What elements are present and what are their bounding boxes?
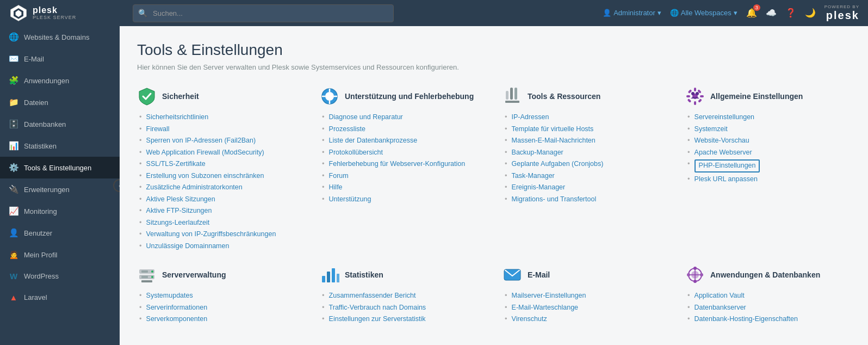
- link-ip-zugriff[interactable]: Verwaltung von IP-Zugriffsbeschränkungen: [146, 230, 276, 239]
- notification-bell[interactable]: 🔔 3: [746, 8, 757, 18]
- link-ftp-sitzungen[interactable]: Aktive FTP-Sitzungen: [146, 206, 212, 216]
- logo-text: plesk PLESK SERVER: [33, 6, 76, 20]
- notification-badge: 3: [753, 4, 760, 11]
- link-php-einstellungen[interactable]: PHP-Einstellungen: [695, 159, 760, 172]
- link-fail2ban[interactable]: Sperren von IP-Adressen (Fail2Ban): [146, 136, 256, 146]
- link-plesk-url[interactable]: Plesk URL anpassen: [695, 175, 758, 184]
- list-item: Serverkomponenten: [139, 313, 302, 325]
- link-unterstuetzung[interactable]: Unterstützung: [329, 195, 371, 205]
- link-massen-email[interactable]: Massen-E-Mail-Nachrichten: [512, 136, 596, 146]
- sidebar: 🌐 Websites & Domains ✉️ E-Mail 🧩 Anwendu…: [0, 26, 120, 345]
- sidebar-item-statistiken[interactable]: 📊 Statistiken: [0, 135, 120, 157]
- sidebar-item-monitoring[interactable]: 📈 Monitoring: [0, 200, 120, 222]
- cloud-icon[interactable]: ☁️: [766, 8, 777, 18]
- sidebar-item-profil[interactable]: 🙍 Mein Profil: [0, 244, 120, 266]
- link-datenbankserver[interactable]: Datenbankserver: [695, 303, 746, 313]
- link-ssl[interactable]: SSL/TLS-Zertifikate: [146, 159, 206, 169]
- link-diagnose[interactable]: Diagnose und Reparatur: [329, 113, 403, 122]
- link-subzonen[interactable]: Erstellung von Subzonen einschränken: [146, 171, 264, 181]
- list-item: Virenschutz: [505, 313, 668, 325]
- list-item: Backup-Manager: [505, 147, 668, 159]
- section-tools-ressourcen-header: Tools & Ressourcen: [503, 87, 668, 106]
- sidebar-item-email-label: E-Mail: [24, 55, 44, 63]
- theme-icon[interactable]: 🌙: [805, 8, 816, 18]
- link-application-vault[interactable]: Application Vault: [695, 291, 745, 301]
- link-cronjobs[interactable]: Geplante Aufgaben (Cronjobs): [512, 159, 604, 169]
- section-unterstuetzung-header: Unterstützung und Fehlerbehebung: [320, 87, 485, 106]
- link-serverkomponenten[interactable]: Serverkomponenten: [146, 315, 208, 324]
- sidebar-item-email[interactable]: ✉️ E-Mail: [0, 48, 120, 70]
- statistiken-icon: 📊: [9, 141, 18, 151]
- link-domainnamen[interactable]: Unzulässige Domainnamen: [146, 242, 230, 251]
- svg-rect-30: [141, 276, 148, 278]
- sidebar-item-anwendungen[interactable]: 🧩 Anwendungen: [0, 70, 120, 91]
- sidebar-item-wordpress[interactable]: W WordPress: [0, 266, 120, 287]
- link-warteschlange[interactable]: E-Mail-Warteschlange: [512, 303, 579, 313]
- search-input[interactable]: [133, 4, 394, 22]
- user-label: Administrator: [613, 9, 655, 17]
- list-item: Datenbankserver: [687, 302, 851, 314]
- link-ereignis[interactable]: Ereignis-Manager: [512, 183, 566, 193]
- link-sicherheitsrichtlinien[interactable]: Sicherheitsrichtlinien: [146, 113, 209, 122]
- sidebar-item-dateien[interactable]: 📁 Dateien: [0, 91, 120, 113]
- link-serverstatistik[interactable]: Einstellungen zur Serverstatistik: [329, 315, 426, 324]
- link-apache[interactable]: Apache Webserver: [695, 148, 752, 158]
- search-bar[interactable]: 🔍: [133, 4, 394, 22]
- sidebar-item-tools[interactable]: ⚙️ Tools & Einstellungen: [0, 157, 120, 178]
- link-template[interactable]: Template für virtuelle Hosts: [512, 125, 594, 134]
- link-serverinformationen[interactable]: Serverinformationen: [146, 303, 208, 313]
- link-prozessliste[interactable]: Prozessliste: [329, 125, 365, 134]
- link-leerlaufzeit[interactable]: Sitzungs-Leerlaufzeit: [146, 218, 210, 228]
- list-item: Plesk URL anpassen: [687, 174, 851, 186]
- link-hilfe[interactable]: Hilfe: [329, 183, 343, 193]
- apps-db-icon: [685, 265, 705, 285]
- help-icon[interactable]: ❓: [785, 8, 796, 18]
- link-traffic[interactable]: Traffic-Verbrauch nach Domains: [329, 303, 426, 313]
- sections-grid: Sicherheit Sicherheitsrichtlinien Firewa…: [137, 87, 851, 325]
- link-website-vorschau[interactable]: Website-Vorschau: [695, 136, 749, 146]
- list-item: Mailserver-Einstellungen: [505, 290, 668, 302]
- link-systemzeit[interactable]: Systemzeit: [695, 125, 728, 134]
- link-backup[interactable]: Backup-Manager: [512, 148, 563, 158]
- list-item: Migrations- und Transfertool: [505, 194, 668, 206]
- link-virenschutz[interactable]: Virenschutz: [512, 315, 547, 324]
- section-unterstuetzung-title: Unterstützung und Fehlerbehebung: [345, 92, 474, 101]
- link-mailserver[interactable]: Mailserver-Einstellungen: [512, 291, 586, 301]
- list-item: Application Vault: [687, 290, 851, 302]
- list-item: Systemzeit: [687, 124, 851, 135]
- link-zusammenfassender[interactable]: Zusammenfassender Bericht: [329, 291, 416, 301]
- link-migration[interactable]: Migrations- und Transfertool: [512, 195, 597, 205]
- link-servereinstellungen[interactable]: Servereinstellungen: [695, 113, 755, 122]
- link-adminkonten[interactable]: Zusätzliche Administratorkonten: [146, 183, 243, 193]
- webspaces-menu[interactable]: 🌐 Alle Webspaces ▾: [670, 9, 737, 17]
- link-fehlerbehebung[interactable]: Fehlerbehebung für Webserver-Konfigurati…: [329, 159, 466, 169]
- sidebar-item-laravel[interactable]: ▲ Laravel: [0, 287, 120, 308]
- section-anwendungen-db-title: Anwendungen & Datenbanken: [710, 270, 820, 279]
- sidebar-item-datenbanken[interactable]: 🗄️ Datenbanken: [0, 113, 120, 135]
- link-task-manager[interactable]: Task-Manager: [512, 171, 555, 181]
- list-item: E-Mail-Warteschlange: [505, 302, 668, 314]
- link-modsecurity[interactable]: Web Application Firewall (ModSecurity): [146, 148, 264, 158]
- sidebar-item-websites[interactable]: 🌐 Websites & Domains: [0, 26, 120, 48]
- link-ip-adressen[interactable]: IP-Adressen: [512, 113, 549, 122]
- section-sicherheit-title: Sicherheit: [162, 92, 199, 101]
- link-datenbank-hosting[interactable]: Datenbank-Hosting-Eigenschaften: [695, 315, 798, 324]
- link-datenbankprozesse[interactable]: Liste der Datenbankprozesse: [329, 136, 418, 146]
- section-allgemeine-header: Allgemeine Einstellungen: [685, 87, 851, 106]
- link-systemupdates[interactable]: Systemupdates: [146, 291, 193, 301]
- svg-rect-29: [141, 270, 148, 273]
- link-protokoll[interactable]: Protokollübersicht: [329, 148, 383, 158]
- link-plesk-sitzungen[interactable]: Aktive Plesk Sitzungen: [146, 195, 215, 205]
- user-menu[interactable]: 👤 Administrator ▾: [603, 9, 661, 17]
- link-firewall[interactable]: Firewall: [146, 125, 170, 134]
- email-icon: ✉️: [9, 54, 18, 64]
- user-icon: 👤: [603, 9, 611, 17]
- sidebar-item-erweiterungen[interactable]: 🔌 Erweiterungen: [0, 178, 120, 200]
- datenbanken-icon: 🗄️: [9, 119, 18, 129]
- statistics-icon: [320, 265, 339, 285]
- svg-point-24: [696, 92, 699, 95]
- dateien-icon: 📁: [9, 97, 18, 107]
- svg-rect-16: [694, 101, 696, 105]
- sidebar-item-benutzer[interactable]: 👤 Benutzer: [0, 222, 120, 244]
- link-forum[interactable]: Forum: [329, 171, 349, 181]
